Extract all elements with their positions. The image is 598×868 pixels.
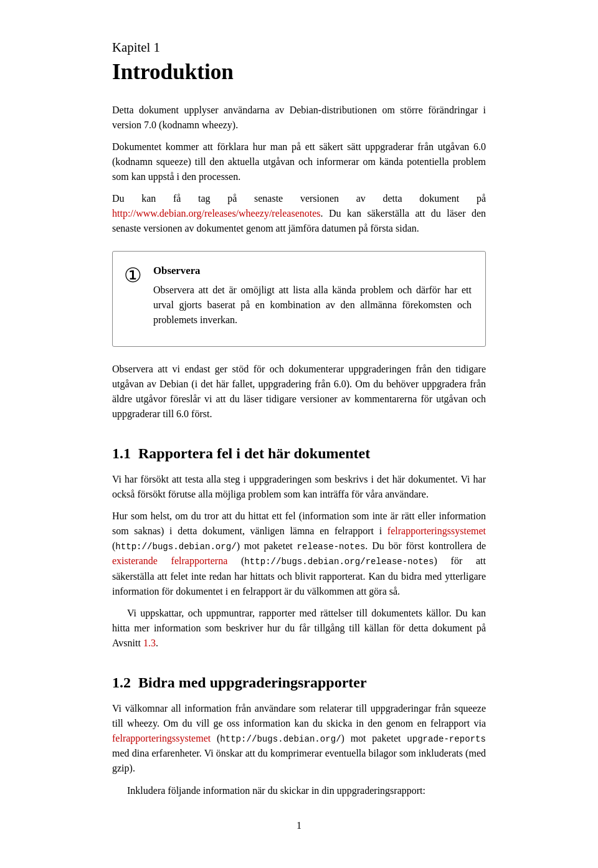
section-1-1-number: 1.1 [112, 445, 131, 461]
observera-title: Observera [153, 263, 472, 278]
observera-box: ① Observera Observera att det är omöjlig… [112, 251, 486, 346]
felrapporteringssystemet-link-1[interactable]: felrapporteringssystemet [387, 526, 486, 536]
observera-body: Observera att det är omöjligt att lista … [153, 283, 472, 328]
paragraph-after-box: Observera att vi endast ger stöd för och… [112, 362, 486, 422]
section1-paragraph-2: Hur som helst, om du tror att du hittat … [112, 509, 486, 598]
avsnitt-13-link[interactable]: 1.3 [143, 638, 156, 648]
section-1-1-heading: 1.1Rapportera fel i det här dokumentet [112, 442, 486, 465]
s1p3-before: Vi uppskattar, och uppmuntrar, rapporter… [112, 608, 486, 648]
section-1-2-heading: 1.2Bidra med uppgraderingsrapporter [112, 671, 486, 694]
section1-paragraph-3: Vi uppskattar, och uppmuntrar, rapporter… [112, 606, 486, 651]
page-container: Kapitel 1 Introduktion Detta dokument up… [75, 0, 523, 868]
releasenotes-link[interactable]: http://www.debian.org/releases/wheezy/re… [112, 208, 321, 219]
chapter-label: Kapitel 1 [112, 37, 486, 57]
chapter-title: Introduktion [112, 59, 486, 85]
page-number: 1 [112, 818, 486, 833]
warning-icon: ① [124, 265, 142, 285]
s1p2-mono3: http://bugs.debian.org/release-notes [244, 557, 434, 567]
s1p2-mid3: . Du bör först kontrollera de [365, 540, 486, 551]
intro-paragraph-2: Dokumentet kommer att förklara hur man p… [112, 139, 486, 184]
existerande-felrapporterna-link[interactable]: existerande felrapporterna [112, 555, 227, 566]
section2-paragraph-1: Vi välkomnar all information från använd… [112, 701, 486, 776]
s1p2-mid2: ) mot paketet [237, 540, 297, 551]
s1p2-mid4: ( [227, 555, 244, 566]
felrapporteringssystemet-link-2[interactable]: felrapporteringssystemet [112, 733, 211, 743]
s1p3-end: . [156, 638, 158, 648]
box-content: Observera Observera att det är omöjligt … [153, 263, 472, 334]
section-1-1-title: Rapportera fel i det här dokumentet [138, 445, 370, 461]
section-1-2-number: 1.2 [112, 674, 131, 691]
s1p2-mono1: http://bugs.debian.org/ [115, 542, 236, 552]
intro-paragraph-3: Du kan få tag på senaste versionen av de… [112, 191, 486, 236]
section-1-2-title: Bidra med uppgraderingsrapporter [138, 674, 367, 691]
s1p2-mono2: release-notes [297, 542, 366, 552]
section1-paragraph-1: Vi har försökt att testa alla steg i upp… [112, 472, 486, 502]
section2-paragraph-2: Inkludera följande information när du sk… [112, 783, 486, 798]
p3-before-link: Du kan få tag på senaste versionen av de… [112, 193, 486, 204]
intro-paragraph-1: Detta dokument upplyser användarna av De… [112, 103, 486, 133]
